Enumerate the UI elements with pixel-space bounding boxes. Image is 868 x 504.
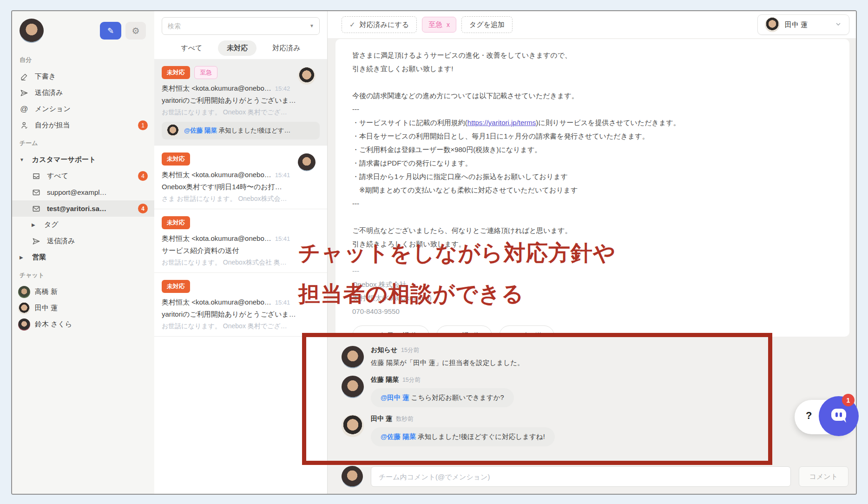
signature-line: 奥村 恒太(Kota Okumura) bbox=[352, 291, 833, 305]
sidebar-item-label: メンション bbox=[35, 105, 71, 113]
pencil-icon bbox=[20, 73, 29, 80]
chat-bubble: @佐藤 陽菜 承知しました!後ほどすぐに対応しますね! bbox=[371, 427, 555, 446]
chat-time: 15分前 bbox=[402, 377, 421, 383]
mail-list-item[interactable]: 未対応 奥村恒太 <kota.okumura@onebo… 15:41 サービス… bbox=[154, 209, 327, 273]
chevron-down-icon: ▼ bbox=[20, 157, 26, 162]
terms-link[interactable]: https://yaritori.jp/terms bbox=[467, 119, 536, 126]
assignee-avatar bbox=[298, 153, 316, 171]
help-button[interactable]: ? bbox=[806, 410, 812, 422]
preview: さま お世話になります。 Onebox株式会… bbox=[162, 195, 320, 203]
sidebar-item-team-sent[interactable]: 送信済み bbox=[12, 233, 154, 249]
check-icon: ✓ bbox=[349, 20, 355, 29]
sidebar-item-assigned[interactable]: 自分が担当 1 bbox=[12, 117, 154, 133]
reply-button[interactable]: 返 信 bbox=[436, 325, 492, 337]
chat-bubble: @田中 蓮 こちら対応お願いできますか? bbox=[371, 388, 514, 407]
sidebar-section-self: 自分 bbox=[12, 50, 154, 68]
sidebar-item-label: support@exampl… bbox=[47, 188, 107, 196]
tab-handled[interactable]: 対応済み bbox=[270, 40, 302, 56]
forward-icon bbox=[510, 332, 519, 337]
mention-link[interactable]: @佐藤 陽菜 bbox=[381, 433, 416, 440]
sidebar-item-label: すべて bbox=[47, 172, 68, 180]
assignee-selector[interactable]: 田中 蓮 bbox=[757, 14, 849, 35]
thread-toolbar: ✓ 対応済みにする 至急 x タグを追加 田中 蓮 bbox=[328, 11, 856, 38]
sidebar-header: ✎ ⚙ bbox=[12, 15, 154, 50]
thread-panel: ✓ 対応済みにする 至急 x タグを追加 田中 蓮 bbox=[328, 11, 856, 494]
app-window: ✎ ⚙ 自分 下書き 送信済み @ メンション bbox=[11, 10, 857, 495]
sidebar-item-team-all[interactable]: すべて 4 bbox=[12, 168, 154, 184]
preview: お世話になります。 Onebox株式会社 奥… bbox=[162, 259, 320, 267]
status-badge: 未対応 bbox=[162, 216, 190, 229]
sidebar-item-drafts[interactable]: 下書き bbox=[12, 68, 154, 85]
sidebar-item-sent[interactable]: 送信済み bbox=[12, 85, 154, 101]
mark-resolved-button[interactable]: ✓ 対応済みにする bbox=[342, 16, 417, 33]
sidebar-group-customer-support[interactable]: ▼ カスタマーサポート bbox=[12, 152, 154, 168]
settings-button[interactable]: ⚙ bbox=[125, 22, 146, 40]
mail-list-column: ▼ すべて 未対応 対応済み 未対応 至急 奥村恒太 <kota.okumura… bbox=[154, 11, 328, 494]
sidebar-item-tags[interactable]: ▶ タグ bbox=[12, 217, 154, 233]
comment-submit-button[interactable]: コメント bbox=[799, 466, 848, 487]
avatar bbox=[342, 346, 364, 368]
mention-link[interactable]: @田中 蓮 bbox=[381, 394, 409, 401]
avatar bbox=[342, 466, 363, 487]
email-line: 皆さまに満足頂けるようサービスの進化・改善をしていきますので、 bbox=[352, 48, 833, 62]
sidebar-chat-user-tanaka[interactable]: 田中 蓮 bbox=[12, 300, 154, 316]
urgent-tag-pill: 至急 x bbox=[422, 17, 456, 33]
current-user-avatar[interactable] bbox=[20, 19, 44, 43]
avatar bbox=[20, 302, 29, 314]
remove-tag-icon[interactable]: x bbox=[447, 21, 450, 28]
floating-widget: ? 1 bbox=[795, 400, 854, 434]
reply-all-button[interactable]: 全員に返信 bbox=[352, 325, 429, 337]
sidebar-item-mentions[interactable]: @ メンション bbox=[12, 101, 154, 117]
chat-author: 田中 蓮 bbox=[371, 415, 392, 422]
envelope-icon bbox=[32, 188, 41, 197]
sidebar-item-label: 自分が担当 bbox=[35, 121, 70, 130]
sidebar-item-label: タグ bbox=[44, 220, 59, 229]
timestamp: 15:41 bbox=[275, 172, 290, 179]
sidebar: ✎ ⚙ 自分 下書き 送信済み @ メンション bbox=[12, 11, 154, 494]
chat-message: お知らせ15分前 佐藤 陽菜が「田中 蓮」に担当者を設定しました。 bbox=[342, 345, 856, 368]
search-input[interactable] bbox=[162, 17, 320, 35]
send-icon bbox=[32, 237, 41, 245]
sidebar-section-chat: チャット bbox=[12, 265, 154, 284]
subject: yaritoriのご利用開始ありがとうございま… bbox=[162, 310, 320, 319]
chat-time: 数秒前 bbox=[396, 416, 414, 422]
sidebar-chat-user-suzuki[interactable]: 鈴木 さくら bbox=[12, 316, 154, 332]
assignee-name: 田中 蓮 bbox=[785, 20, 808, 29]
add-tag-button[interactable]: タグを追加 bbox=[461, 16, 513, 33]
sidebar-item-inbox-test[interactable]: test@yaritori.sa… 4 bbox=[12, 200, 154, 217]
compose-button[interactable]: ✎ bbox=[100, 22, 121, 40]
status-badge: 未対応 bbox=[162, 153, 190, 166]
chat-user-label: 田中 蓮 bbox=[35, 304, 58, 312]
sidebar-group-label: 営業 bbox=[32, 253, 46, 262]
sidebar-item-label: 送信済み bbox=[35, 88, 63, 97]
mail-list-item[interactable]: 未対応 至急 奥村恒太 <kota.okumura@onebo… 15:42 y… bbox=[154, 59, 327, 146]
email-line: ・請求日から1ヶ月以内に指定口座へのお振込をお願いしております bbox=[352, 170, 833, 183]
email-line bbox=[352, 251, 833, 264]
chevron-down-icon bbox=[835, 20, 842, 29]
subject: サービス紹介資料の送付 bbox=[162, 246, 320, 255]
page: ✎ ⚙ 自分 下書き 送信済み @ メンション bbox=[0, 0, 868, 504]
unread-badge: 4 bbox=[138, 204, 148, 213]
sidebar-item-inbox-support[interactable]: support@exampl… bbox=[12, 184, 154, 200]
reply-actions: 全員に返信 返 信 転 送 bbox=[352, 325, 833, 337]
forward-button[interactable]: 転 送 bbox=[499, 325, 554, 337]
sidebar-chat-user-takahashi[interactable]: 高橋 新 bbox=[12, 284, 154, 300]
tab-unhandled[interactable]: 未対応 bbox=[218, 40, 256, 56]
signature-line: 070-8403-9550 bbox=[352, 305, 833, 318]
comment-input[interactable] bbox=[371, 466, 791, 487]
mail-list-item[interactable]: 未対応 奥村恒太 <kota.okumura@onebo… 15:41 Oneb… bbox=[154, 146, 327, 209]
subject: yaritoriのご利用開始ありがとうございま… bbox=[162, 96, 320, 105]
reply-icon bbox=[447, 332, 457, 337]
avatar bbox=[342, 376, 364, 398]
chat-author: 佐藤 陽菜 bbox=[371, 376, 399, 383]
sidebar-group-sales[interactable]: ▶ 営業 bbox=[12, 249, 154, 265]
assignee-avatar bbox=[298, 67, 316, 85]
status-badge: 未対応 bbox=[162, 66, 190, 79]
inbox-icon bbox=[32, 172, 41, 180]
mail-list-item[interactable]: 未対応 奥村恒太 <kota.okumura@onebo… 15:41 yari… bbox=[154, 273, 327, 337]
email-line: ご不明点などございましたら、何なりとご連絡頂ければと思います。 bbox=[352, 224, 833, 237]
preview: お世話になります。 Onebox 奥村でござ… bbox=[162, 322, 320, 331]
tab-all[interactable]: すべて bbox=[179, 40, 204, 56]
pencil-icon: ✎ bbox=[107, 27, 114, 35]
mail-list: 未対応 至急 奥村恒太 <kota.okumura@onebo… 15:42 y… bbox=[154, 59, 327, 494]
